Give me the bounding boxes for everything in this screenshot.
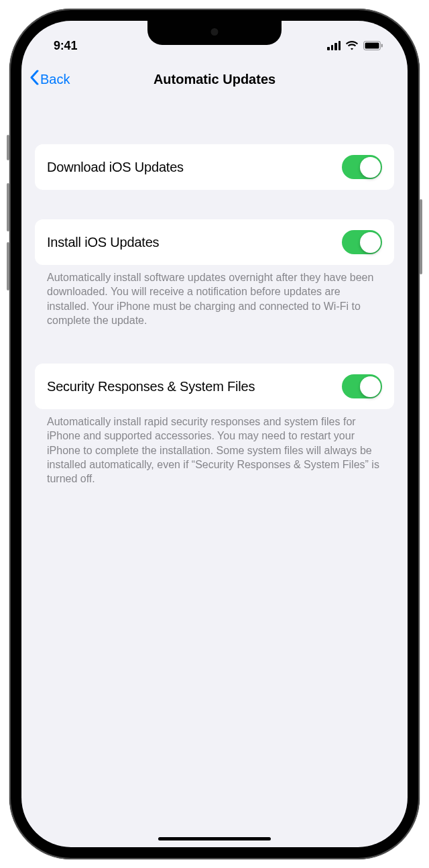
wifi-icon xyxy=(345,41,359,50)
download-updates-label: Download iOS Updates xyxy=(47,160,184,175)
download-updates-cell: Download iOS Updates xyxy=(35,144,394,190)
status-indicators xyxy=(327,41,383,50)
notch xyxy=(147,21,282,45)
install-updates-cell: Install iOS Updates xyxy=(35,219,394,265)
phone-frame: 9:41 Back Automatic Updates xyxy=(9,9,420,859)
install-updates-description: Automatically install software updates o… xyxy=(35,265,394,327)
download-group: Download iOS Updates xyxy=(35,144,394,190)
svg-rect-2 xyxy=(381,44,383,48)
page-title: Automatic Updates xyxy=(154,72,275,87)
install-updates-label: Install iOS Updates xyxy=(47,235,159,250)
back-button[interactable]: Back xyxy=(29,70,70,89)
svg-rect-1 xyxy=(365,43,379,49)
install-updates-toggle[interactable] xyxy=(342,230,382,254)
download-updates-toggle[interactable] xyxy=(342,155,382,179)
security-responses-toggle[interactable] xyxy=(342,374,382,398)
install-group: Install iOS Updates Automatically instal… xyxy=(35,219,394,327)
security-responses-label: Security Responses & System Files xyxy=(47,379,255,394)
back-label: Back xyxy=(40,72,70,87)
settings-content: Download iOS Updates Install iOS Updates… xyxy=(21,121,408,847)
battery-icon xyxy=(363,41,383,50)
screen: 9:41 Back Automatic Updates xyxy=(21,21,408,847)
cellular-icon xyxy=(327,41,341,50)
home-indicator[interactable] xyxy=(158,837,271,840)
status-time: 9:41 xyxy=(54,39,77,53)
security-responses-cell: Security Responses & System Files xyxy=(35,364,394,409)
security-responses-description: Automatically install rapid security res… xyxy=(35,409,394,486)
nav-bar: Back Automatic Updates xyxy=(21,58,408,100)
security-group: Security Responses & System Files Automa… xyxy=(35,364,394,486)
chevron-left-icon xyxy=(29,70,40,89)
